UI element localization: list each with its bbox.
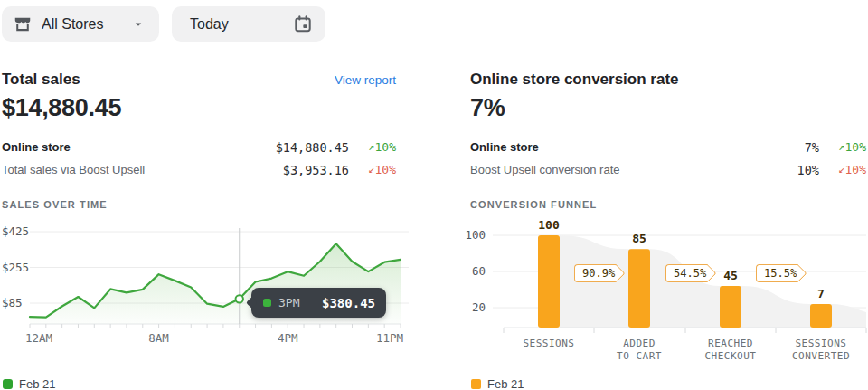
series-color-swatch xyxy=(263,299,271,307)
legend-swatch-green xyxy=(3,379,13,389)
metric-row-online-store-rate: Online store 7% ↗10% xyxy=(470,136,866,158)
category-label: SESSIONS xyxy=(796,338,847,349)
funnel-chart-svg[interactable]: 100602010085457SESSIONSADDEDTO CARTREACH… xyxy=(461,217,868,371)
sales-chart-legend: Feb 21 xyxy=(3,377,55,390)
sales-panel-title: Total sales xyxy=(2,71,80,89)
arrow-up-icon: ↗ xyxy=(838,140,844,153)
tooltip-time-label: 3PM xyxy=(278,296,315,309)
funnel-bar[interactable] xyxy=(628,249,650,328)
conversion-panel-title: Online store conversion rate xyxy=(470,71,679,89)
metric-label: Online store xyxy=(470,140,805,154)
bar-value-label: 100 xyxy=(538,218,560,232)
category-label: CHECKOUT xyxy=(705,350,757,362)
x-axis-label: 11PM xyxy=(376,331,403,345)
conversion-rate-badge: 54.5% xyxy=(665,264,708,282)
funnel-bar[interactable] xyxy=(720,286,741,328)
bar-value-label: 85 xyxy=(632,232,646,245)
store-selector-label: All Stores xyxy=(42,16,103,33)
category-label: SESSIONS xyxy=(524,338,575,349)
category-label: CONVERTED xyxy=(792,350,850,362)
funnel-bar[interactable] xyxy=(538,235,560,328)
metric-row-online-store: Online store $14,880.45 ↗10% xyxy=(2,136,396,158)
conversion-funnel-header: CONVERSION FUNNEL xyxy=(470,199,597,210)
view-report-link[interactable]: View report xyxy=(335,73,396,87)
hover-point-marker xyxy=(236,295,243,302)
arrow-down-icon: ↙ xyxy=(368,163,374,176)
legend-label: Feb 21 xyxy=(487,377,524,390)
metric-change-up: ↗10% xyxy=(819,140,866,154)
metric-value: $14,880.45 xyxy=(276,140,349,155)
conversion-rate-badge: 90.9% xyxy=(574,264,617,282)
y-axis-label: $85 xyxy=(2,296,23,309)
x-axis-label: 12AM xyxy=(25,331,52,345)
metric-change-up: ↗10% xyxy=(349,140,396,154)
arrow-up-icon: ↗ xyxy=(368,140,374,153)
store-selector-button[interactable]: All Stores xyxy=(2,6,159,42)
legend-label: Feb 21 xyxy=(19,377,55,390)
y-axis-label: 60 xyxy=(472,264,486,278)
metric-change-down: ↙10% xyxy=(819,163,866,176)
date-range-label: Today xyxy=(190,16,229,33)
metric-value: 10% xyxy=(797,163,819,177)
funnel-bar[interactable] xyxy=(810,304,832,328)
chart-tooltip: 3PM $380.45 xyxy=(251,288,386,318)
total-sales-amount: $14,880.45 xyxy=(2,94,121,122)
date-range-button[interactable]: Today xyxy=(172,6,326,42)
x-axis-label: 4PM xyxy=(278,331,298,345)
metric-label: Total sales via Boost Upsell xyxy=(2,163,283,176)
conversion-funnel-chart[interactable]: 100602010085457SESSIONSADDEDTO CARTREACH… xyxy=(461,217,868,371)
metric-label: Boost Upsell conversion rate xyxy=(470,163,797,176)
arrow-down-icon: ↙ xyxy=(838,163,844,176)
bar-value-label: 7 xyxy=(817,287,825,300)
chevron-down-icon xyxy=(132,18,145,31)
tooltip-value: $380.45 xyxy=(322,296,375,310)
metric-value: 7% xyxy=(805,140,819,155)
y-axis-label: $255 xyxy=(2,261,29,274)
metric-row-boost-upsell-sales: Total sales via Boost Upsell $3,953.16 ↙… xyxy=(2,158,396,181)
bar-value-label: 45 xyxy=(723,269,738,282)
metric-row-boost-upsell-rate: Boost Upsell conversion rate 10% ↙10% xyxy=(470,158,866,181)
x-axis-label: 8AM xyxy=(148,331,169,345)
sales-over-time-header: SALES OVER TIME xyxy=(2,199,108,210)
y-axis-label: $425 xyxy=(2,224,29,238)
calendar-icon xyxy=(293,14,313,34)
category-label: ADDED xyxy=(623,338,656,349)
category-label: REACHED xyxy=(708,338,753,349)
conversion-rate-value: 7% xyxy=(470,94,505,122)
metric-label: Online store xyxy=(2,140,276,154)
storefront-icon xyxy=(13,14,33,34)
y-axis-label: 100 xyxy=(465,228,486,242)
funnel-chart-legend: Feb 21 xyxy=(471,377,524,390)
metric-value: $3,953.16 xyxy=(283,163,349,177)
conversion-rate-badge: 15.5% xyxy=(756,264,798,282)
y-axis-label: 20 xyxy=(472,300,486,314)
metric-change-down: ↙10% xyxy=(349,163,396,176)
legend-swatch-orange xyxy=(471,379,481,389)
category-label: TO CART xyxy=(617,350,662,362)
